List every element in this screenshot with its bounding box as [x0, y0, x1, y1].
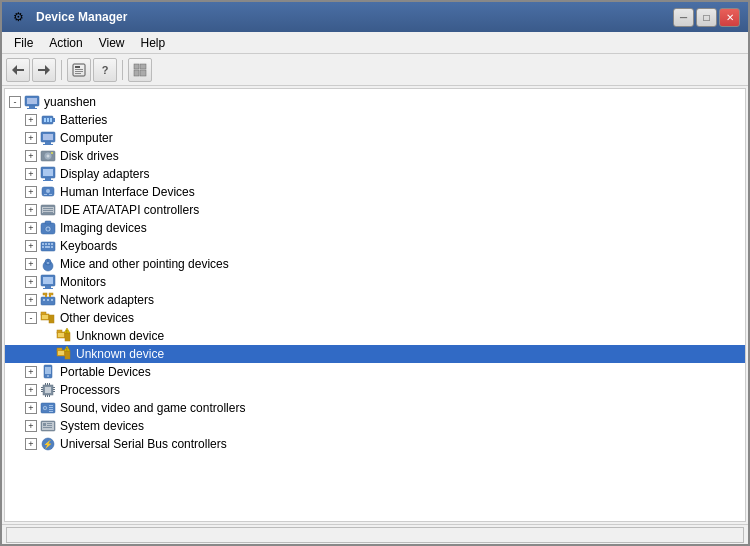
imaging-icon [40, 220, 56, 236]
svg-rect-33 [43, 180, 53, 181]
menu-file[interactable]: File [6, 34, 41, 52]
expand-hid[interactable]: + [25, 186, 37, 198]
svg-rect-15 [29, 106, 35, 108]
svg-point-35 [46, 189, 50, 193]
usb-icon: ⚡ [40, 436, 56, 452]
expand-root[interactable]: - [9, 96, 21, 108]
processors-label: Processors [60, 383, 120, 397]
tree-node-unknown1[interactable]: ! Unknown device [5, 327, 745, 345]
monitors-label: Monitors [60, 275, 106, 289]
svg-rect-76 [57, 330, 62, 333]
menu-bar: File Action View Help [2, 32, 748, 54]
expand-ide[interactable]: + [25, 204, 37, 216]
expand-mice[interactable]: + [25, 258, 37, 270]
svg-rect-66 [51, 299, 53, 301]
svg-rect-103 [49, 395, 50, 397]
expand-network[interactable]: + [25, 294, 37, 306]
batteries-icon [40, 112, 56, 128]
svg-rect-18 [53, 118, 55, 122]
tree-node-batteries[interactable]: + Batteries [5, 111, 745, 129]
unknown1-label: Unknown device [76, 329, 164, 343]
device-tree-panel[interactable]: - yuanshen + Batter [4, 88, 746, 522]
toolbar: ? [2, 54, 748, 86]
refresh-button[interactable] [128, 58, 152, 82]
expand-keyboards[interactable]: + [25, 240, 37, 252]
tree-node-system[interactable]: + System devices [5, 417, 745, 435]
expand-other[interactable]: - [25, 312, 37, 324]
expand-processors[interactable]: + [25, 384, 37, 396]
minimize-button[interactable]: ─ [673, 8, 694, 27]
close-button[interactable]: ✕ [719, 8, 740, 27]
expand-diskdrives[interactable]: + [25, 150, 37, 162]
imaging-label: Imaging devices [60, 221, 147, 235]
tree-node-imaging[interactable]: + Imaging devices [5, 219, 745, 237]
tree-node-usb[interactable]: + ⚡ Universal Serial Bus controllers [5, 435, 745, 453]
device-tree: - yuanshen + Batter [5, 89, 745, 457]
expand-imaging[interactable]: + [25, 222, 37, 234]
menu-action[interactable]: Action [41, 34, 90, 52]
svg-rect-83 [65, 351, 70, 359]
portable-icon [40, 364, 56, 380]
menu-view[interactable]: View [91, 34, 133, 52]
expand-display[interactable]: + [25, 168, 37, 180]
toolbar-separator-2 [122, 60, 123, 80]
svg-point-89 [47, 375, 49, 377]
svg-rect-42 [43, 212, 53, 213]
main-window: ⚙ Device Manager ─ □ ✕ File Action View … [0, 0, 750, 546]
tree-node-root[interactable]: - yuanshen [5, 93, 745, 111]
properties-button[interactable] [67, 58, 91, 82]
svg-rect-94 [41, 391, 43, 392]
expand-portable[interactable]: + [25, 366, 37, 378]
tree-node-ide[interactable]: + IDE ATA/ATAPI controllers [5, 201, 745, 219]
sound-icon [40, 400, 56, 416]
svg-rect-3 [38, 69, 46, 71]
svg-rect-40 [43, 208, 53, 209]
display-icon [40, 166, 56, 182]
unknown2-label: Unknown device [76, 347, 164, 361]
forward-button[interactable] [32, 58, 56, 82]
svg-rect-98 [45, 383, 46, 385]
svg-rect-19 [44, 118, 46, 122]
maximize-button[interactable]: □ [696, 8, 717, 27]
tree-node-other[interactable]: - Other devices [5, 309, 745, 327]
tree-node-processors[interactable]: + Processors [5, 381, 745, 399]
tree-node-computer[interactable]: + Computer [5, 129, 745, 147]
computer-label: Computer [60, 131, 113, 145]
back-button[interactable] [6, 58, 30, 82]
expand-monitors[interactable]: + [25, 276, 37, 288]
tree-node-sound[interactable]: + Sound, video and game controllers [5, 399, 745, 417]
svg-rect-50 [48, 243, 50, 245]
tree-node-hid[interactable]: + Human Interface Devices [5, 183, 745, 201]
tree-node-mice[interactable]: + Mice and other pointing devices [5, 255, 745, 273]
svg-rect-91 [45, 387, 51, 393]
tree-node-keyboards[interactable]: + Keyboards [5, 237, 745, 255]
tree-node-portable[interactable]: + Portable Devices [5, 363, 745, 381]
expand-batteries[interactable]: + [25, 114, 37, 126]
keyboards-label: Keyboards [60, 239, 117, 253]
help-button[interactable]: ? [93, 58, 117, 82]
menu-help[interactable]: Help [133, 34, 174, 52]
tree-node-unknown2[interactable]: ! Unknown device [5, 345, 745, 363]
keyboard-icon [40, 238, 56, 254]
monitors-icon [40, 274, 56, 290]
expand-system[interactable]: + [25, 420, 37, 432]
expand-computer[interactable]: + [25, 132, 37, 144]
svg-rect-53 [45, 246, 50, 248]
expand-sound[interactable]: + [25, 402, 37, 414]
hid-label: Human Interface Devices [60, 185, 195, 199]
svg-rect-24 [45, 142, 51, 144]
svg-rect-82 [57, 348, 62, 351]
svg-text:⚡: ⚡ [43, 439, 53, 449]
svg-rect-7 [75, 71, 83, 72]
tree-node-diskdrives[interactable]: + Disk drives [5, 147, 745, 165]
svg-rect-69 [43, 293, 47, 295]
expand-usb[interactable]: + [25, 438, 37, 450]
tree-node-monitors[interactable]: + Monitors [5, 273, 745, 291]
sound-label: Sound, video and game controllers [60, 401, 245, 415]
svg-rect-110 [49, 411, 53, 412]
tree-node-display[interactable]: + Display adapters [5, 165, 745, 183]
svg-rect-1 [16, 69, 24, 71]
svg-rect-107 [49, 405, 53, 406]
usb-label: Universal Serial Bus controllers [60, 437, 227, 451]
tree-node-network[interactable]: + Network adapters [5, 291, 745, 309]
